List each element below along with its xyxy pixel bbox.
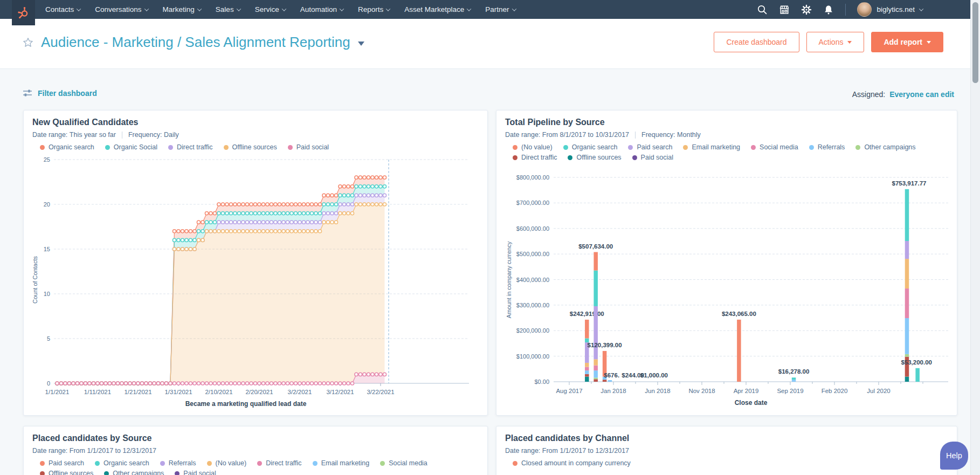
chevron-down-icon xyxy=(77,6,81,11)
report-title[interactable]: New Qualified Candidates xyxy=(32,118,138,127)
legend-item-paid-social[interactable]: Paid social xyxy=(175,470,216,475)
legend-item-paid-search[interactable]: Paid search xyxy=(628,143,672,151)
legend-item-organic-social[interactable]: Organic Social xyxy=(105,143,157,151)
legend-label: Direct traffic xyxy=(521,154,557,161)
marketplace-icon[interactable] xyxy=(779,4,790,15)
legend-item-direct-traffic[interactable]: Direct traffic xyxy=(257,459,301,467)
assigned-value-link[interactable]: Everyone can edit xyxy=(889,90,954,99)
help-button[interactable]: Help xyxy=(940,442,968,470)
favorite-star-icon[interactable] xyxy=(23,37,33,48)
create-dashboard-button[interactable]: Create dashboard xyxy=(714,32,799,52)
legend-item-social-media[interactable]: Social media xyxy=(751,143,798,151)
nav-item-automation[interactable]: Automation xyxy=(300,5,343,13)
legend-item-paid-social[interactable]: Paid social xyxy=(288,143,329,151)
legend-label: Social media xyxy=(389,459,427,467)
bar-value-label: $243,065.00 xyxy=(722,311,756,317)
report-title[interactable]: Placed candidates by Source xyxy=(32,433,151,443)
bar-segment-organic-search xyxy=(593,271,598,306)
legend-item-offline-sources[interactable]: Offline sources xyxy=(568,154,621,161)
nav-item-partner[interactable]: Partner xyxy=(485,5,515,13)
account-menu[interactable]: biglytics.net xyxy=(857,2,923,17)
bar-753-917-77[interactable]: $753,917.77 xyxy=(892,180,927,382)
bar-value-label: $242,919.00 xyxy=(570,311,604,317)
bar-value-label: $53,200.00 xyxy=(901,359,932,366)
legend-item-paid-social[interactable]: Paid social xyxy=(632,154,673,161)
legend-item-closed-amount-in-company-currency[interactable]: Closed amount in company currency xyxy=(513,459,631,467)
report-title[interactable]: Placed candidates by Channel xyxy=(505,433,629,443)
nav-item-reports[interactable]: Reports xyxy=(358,5,390,13)
legend-item-organic-search[interactable]: Organic search xyxy=(563,143,618,151)
notifications-bell-icon[interactable] xyxy=(823,4,834,15)
legend-item-other-campaigns[interactable]: Other campaigns xyxy=(855,143,915,151)
legend-dot xyxy=(160,461,165,466)
legend-item-email-marketing[interactable]: Email marketing xyxy=(683,143,740,151)
legend-item-no-value[interactable]: (No value) xyxy=(513,143,553,151)
add-report-button[interactable]: Add report xyxy=(871,32,943,52)
legend-item-email-marketing[interactable]: Email marketing xyxy=(313,459,370,467)
legend-dot xyxy=(257,461,262,466)
legend-item-social-media[interactable]: Social media xyxy=(380,459,427,467)
settings-gear-icon[interactable] xyxy=(801,4,812,15)
dashboard-title[interactable]: Audience - Marketing / Sales Alignment R… xyxy=(41,34,350,51)
nav-item-service[interactable]: Service xyxy=(255,5,286,13)
svg-text:Sep 2019: Sep 2019 xyxy=(777,388,803,394)
legend-dot xyxy=(563,145,568,150)
legend-item-referrals[interactable]: Referrals xyxy=(809,143,845,151)
legend-item-no-value[interactable]: (No value) xyxy=(207,459,247,467)
legend-item-direct-traffic[interactable]: Direct traffic xyxy=(513,154,557,161)
total-pipeline-by-source-chart[interactable]: $0.00$100,000.00$200,000.00$300,000.00$4… xyxy=(503,162,951,413)
legend-item-organic-search[interactable]: Organic search xyxy=(95,459,149,467)
actions-button[interactable]: Actions xyxy=(806,32,865,52)
chart-legend: Organic searchOrganic SocialDirect traff… xyxy=(32,143,469,151)
bar-676[interactable] xyxy=(608,380,612,382)
chevron-down-icon xyxy=(236,6,240,11)
legend-item-organic-search[interactable]: Organic search xyxy=(40,143,94,151)
nav-item-asset-marketplace[interactable]: Asset Marketplace xyxy=(404,5,471,13)
legend-dot xyxy=(168,145,173,150)
bar-value-label: $16,278.00 xyxy=(778,368,810,375)
filter-dashboard-link[interactable]: Filter dashboard xyxy=(23,89,97,98)
svg-text:$500,000.00: $500,000.00 xyxy=(516,251,549,257)
legend-item-offline-sources[interactable]: Offline sources xyxy=(40,470,93,475)
legend-item-offline-sources[interactable]: Offline sources xyxy=(224,143,277,151)
nav-item-contacts[interactable]: Contacts xyxy=(45,5,80,13)
svg-text:3/12/2021: 3/12/2021 xyxy=(326,389,354,395)
svg-text:1/21/2021: 1/21/2021 xyxy=(124,389,151,395)
bar-segment-social-media xyxy=(593,366,598,370)
bar-chart: $0.00$100,000.00$200,000.00$300,000.00$4… xyxy=(506,174,948,407)
nav-item-marketing[interactable]: Marketing xyxy=(163,5,201,13)
svg-text:$300,000.00: $300,000.00 xyxy=(516,302,549,308)
report-title[interactable]: Total Pipeline by Source xyxy=(505,118,605,127)
bar-243-065-00[interactable]: $243,065.00 xyxy=(722,311,756,382)
nav-item-sales[interactable]: Sales xyxy=(216,5,240,13)
assigned-label: Assigned: xyxy=(852,90,885,99)
bar-segment-email-marketing xyxy=(593,359,598,365)
search-icon[interactable] xyxy=(757,4,768,15)
legend-item-other-campaigns[interactable]: Other campaigns xyxy=(104,470,164,475)
nav-item-conversations[interactable]: Conversations xyxy=(95,5,148,13)
bar-chart-container: $0.00$100,000.00$200,000.00$300,000.00$4… xyxy=(503,162,950,412)
legend-dot xyxy=(568,155,572,160)
legend-label: (No value) xyxy=(216,459,247,467)
svg-text:25: 25 xyxy=(44,156,50,163)
new-qualified-candidates-chart[interactable]: 05101520251/1/20211/11/20211/21/20211/31… xyxy=(30,152,482,413)
scrollbar-thumb[interactable] xyxy=(972,2,978,83)
bar-value-label: $753,917.77 xyxy=(892,180,927,187)
page-scrollbar[interactable] xyxy=(970,0,980,475)
svg-text:Jan 2018: Jan 2018 xyxy=(601,388,626,394)
legend-item-direct-traffic[interactable]: Direct traffic xyxy=(168,143,212,151)
dashboard-title-caret[interactable] xyxy=(358,42,364,46)
legend-label: (No value) xyxy=(521,143,553,151)
nav-item-label: Service xyxy=(255,5,279,13)
svg-text:Jul 2020: Jul 2020 xyxy=(867,388,890,394)
hubspot-logo[interactable] xyxy=(12,0,35,25)
report-meta: Date range: From 1/1/2017 to 12/31/2017 xyxy=(32,447,479,455)
legend-item-referrals[interactable]: Referrals xyxy=(160,459,196,467)
legend-item-paid-search[interactable]: Paid search xyxy=(40,459,84,467)
bar-segment-referrals xyxy=(792,380,796,382)
legend-dot xyxy=(683,145,688,150)
chevron-down-icon xyxy=(281,6,286,11)
bar-16-278-00[interactable]: $16,278.00 xyxy=(778,368,810,382)
user-avatar[interactable] xyxy=(857,2,872,17)
report-meta: Date range: This year so far Frequency: … xyxy=(32,131,479,139)
